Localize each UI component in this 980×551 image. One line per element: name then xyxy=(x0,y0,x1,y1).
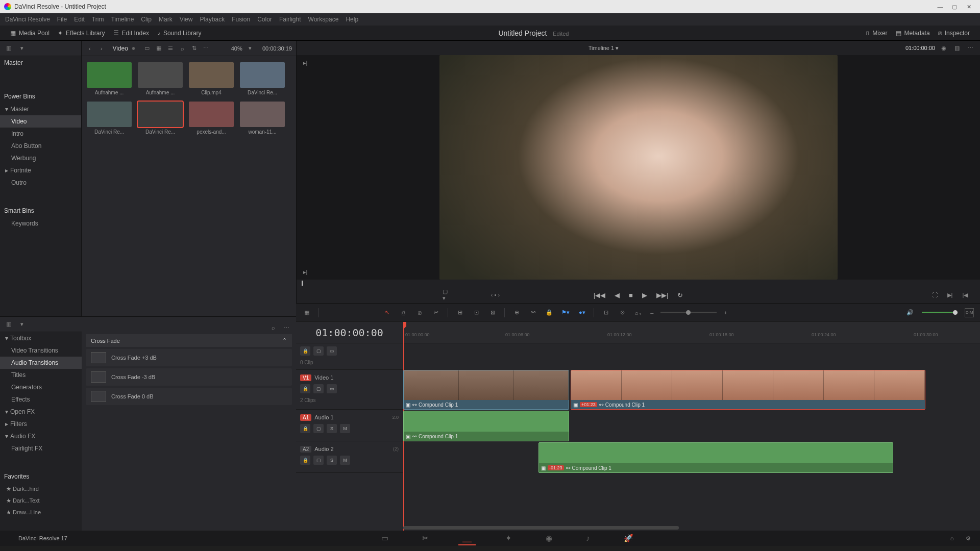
custom-zoom-icon[interactable]: ⌕▾ xyxy=(634,308,643,317)
auto-select-icon[interactable]: ▢ xyxy=(313,346,324,356)
effects-category[interactable]: ▸Filters xyxy=(0,418,82,430)
next-edit-icon[interactable]: ▶| xyxy=(945,290,954,299)
track-badge[interactable]: A1 xyxy=(300,414,311,421)
home-icon[interactable]: ⌂ xyxy=(947,534,957,543)
menu-item[interactable]: Workspace xyxy=(308,16,339,23)
effects-category[interactable]: Fairlight FX xyxy=(0,442,82,455)
view-grid-icon[interactable]: ▦ xyxy=(155,44,162,53)
prev-frame-button[interactable]: ◀ xyxy=(615,291,620,299)
chevron-down-icon[interactable]: ▾ xyxy=(17,44,27,53)
fusion-page-button[interactable]: ✦ xyxy=(501,532,516,545)
link-icon[interactable]: ⚯ xyxy=(528,308,537,317)
clip-thumbnail[interactable]: Aufnahme ... xyxy=(87,62,132,95)
timeline-timecode[interactable]: 01:00:00:00 xyxy=(296,322,403,343)
zoom-value[interactable]: 40% xyxy=(231,45,242,52)
loop-button[interactable]: ↻ xyxy=(677,291,683,299)
color-page-button[interactable]: ◉ xyxy=(542,532,556,545)
bin-item[interactable]: ▾Master xyxy=(0,103,81,115)
zoom-slider[interactable] xyxy=(660,312,717,313)
selection-tool-icon[interactable]: ↖ xyxy=(382,308,391,317)
next-frame-button[interactable]: ▶▶| xyxy=(656,291,668,299)
bin-list-icon[interactable]: ▥ xyxy=(4,44,13,53)
track-header-a1[interactable]: A1Audio 12.0 🔒▢SM xyxy=(296,410,403,441)
timeline-ruler[interactable]: 01:00:00:00 01:00:06:00 01:00:12:00 01:0… xyxy=(403,322,980,343)
nav-fwd-icon[interactable]: › xyxy=(97,44,105,53)
favorite-item[interactable]: ★ Draw...Line xyxy=(0,507,82,518)
dim-icon[interactable]: DIM xyxy=(965,308,974,317)
mute-button[interactable]: M xyxy=(340,424,350,433)
bin-item[interactable]: ▸Fortnite xyxy=(0,164,81,177)
timeline-canvas[interactable]: 01:00:00:00 01:00:06:00 01:00:12:00 01:0… xyxy=(403,322,980,531)
effects-library-toggle[interactable]: ✦ Effects Library xyxy=(54,28,109,39)
lock-icon[interactable]: 🔒 xyxy=(300,456,310,465)
fullscreen-icon[interactable]: ⛶ xyxy=(930,290,939,299)
sound-library-toggle[interactable]: ♪ Sound Library xyxy=(153,28,206,39)
maximize-button[interactable]: ▢ xyxy=(947,4,962,10)
match-frame-icon[interactable]: ▸| xyxy=(301,58,310,67)
viewer-mode-icon[interactable]: ▢ ▾ xyxy=(443,290,452,299)
track-badge[interactable]: V1 xyxy=(300,374,311,381)
timeline-scrollbar[interactable] xyxy=(403,526,679,530)
blade-tool-icon[interactable]: ✂ xyxy=(431,308,440,317)
bin-item[interactable]: Video xyxy=(0,115,81,128)
track-header-a2[interactable]: A2Audio 2(2) 🔒▢SM xyxy=(296,441,403,473)
menu-item[interactable]: Help xyxy=(346,16,358,23)
search-icon[interactable]: ⌕ xyxy=(268,323,278,332)
mixer-toggle[interactable]: ⎍ Mixer xyxy=(862,28,891,39)
panel-icon[interactable]: ▥ xyxy=(4,320,13,329)
play-button[interactable]: ▶ xyxy=(642,291,647,299)
track-header-v1[interactable]: V1Video 1 🔒▢▭ 2 Clips xyxy=(296,370,403,410)
bin-item[interactable]: Intro xyxy=(0,128,81,140)
viewer-scrubber[interactable] xyxy=(297,280,980,287)
cut-page-button[interactable]: ✂ xyxy=(418,532,433,545)
split-view-icon[interactable]: ▥ xyxy=(952,43,962,53)
lock-icon[interactable]: 🔒 xyxy=(545,308,554,317)
menu-item[interactable]: Trim xyxy=(92,16,104,23)
close-button[interactable]: ✕ xyxy=(962,4,976,10)
auto-select-icon[interactable]: ▢ xyxy=(313,384,324,393)
viewer-canvas[interactable]: ▸| ▸| xyxy=(297,55,980,280)
menu-item[interactable]: DaVinci Resolve xyxy=(5,16,50,23)
clip-thumbnail[interactable]: Clip.mp4 xyxy=(189,62,234,95)
replace-icon[interactable]: ⊠ xyxy=(488,308,497,317)
insert-icon[interactable]: ⊞ xyxy=(455,308,464,317)
inspector-toggle[interactable]: ⎚ Inspector xyxy=(934,28,974,39)
auto-select-icon[interactable]: ▢ xyxy=(313,456,324,465)
solo-button[interactable]: S xyxy=(327,456,337,465)
deliver-page-button[interactable]: 🚀 xyxy=(620,532,638,545)
bin-item[interactable]: Outro xyxy=(0,177,81,189)
view-list-icon[interactable]: ☰ xyxy=(166,44,174,53)
prev-edit-icon[interactable]: |◀ xyxy=(961,290,970,299)
bin-item[interactable]: Abo Button xyxy=(0,140,81,152)
effects-category[interactable]: Effects xyxy=(0,393,82,406)
bin-item[interactable]: Werbung xyxy=(0,152,81,164)
nav-back-icon[interactable]: ‹ xyxy=(86,44,93,53)
nav-dots-icon[interactable]: ‹ • › xyxy=(491,290,500,299)
view-strip-icon[interactable]: ▭ xyxy=(143,44,151,53)
disable-icon[interactable]: ▭ xyxy=(327,384,337,393)
menu-item[interactable]: Fusion xyxy=(232,16,250,23)
fairlight-page-button[interactable]: ♪ xyxy=(582,532,594,545)
favorite-item[interactable]: ★ Dark...hird xyxy=(0,483,82,495)
timeline-clip-video[interactable]: ▣+01:23⚯Compound Clip 1 xyxy=(571,370,925,410)
more-icon[interactable]: ⋯ xyxy=(202,44,210,53)
favorite-item[interactable]: ★ Dark...Text xyxy=(0,495,82,507)
lock-icon[interactable]: 🔒 xyxy=(300,424,310,433)
mute-button[interactable]: M xyxy=(340,456,350,465)
trim-tool-icon[interactable]: ⎙ xyxy=(399,308,408,317)
detail-zoom-icon[interactable]: ⊙ xyxy=(618,308,627,317)
effect-item[interactable]: Cross Fade 0 dB xyxy=(86,388,292,405)
volume-slider[interactable] xyxy=(922,312,958,313)
dynamic-trim-icon[interactable]: ⎚ xyxy=(415,308,424,317)
menu-item[interactable]: File xyxy=(57,16,67,23)
effects-group-header[interactable]: Cross Fade ⌃ xyxy=(86,334,292,347)
chevron-down-icon[interactable]: ▾ xyxy=(17,320,27,329)
metadata-toggle[interactable]: ▤ Metadata xyxy=(892,28,934,39)
menu-item[interactable]: View xyxy=(180,16,193,23)
effect-item[interactable]: Cross Fade -3 dB xyxy=(86,368,292,386)
effects-category[interactable]: Generators xyxy=(0,381,82,393)
menu-item[interactable]: Fairlight xyxy=(279,16,301,23)
menu-item[interactable]: Playback xyxy=(200,16,225,23)
flag-icon[interactable]: ⚑▾ xyxy=(561,308,570,317)
media-page-button[interactable]: ▭ xyxy=(377,532,393,545)
